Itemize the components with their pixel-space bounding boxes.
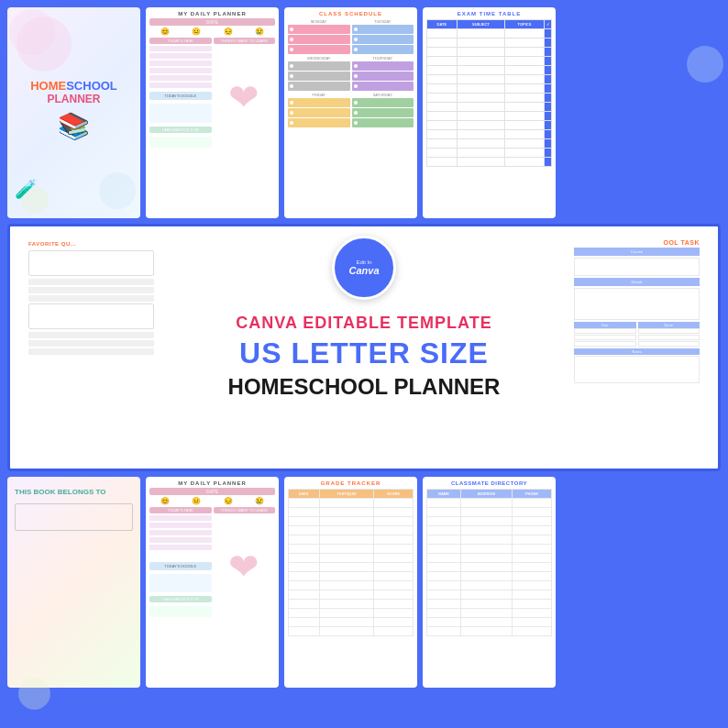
- emoji-3: 😔: [224, 28, 233, 36]
- grade-header-date: DATE: [289, 490, 320, 499]
- schedule-row-wedthu: WEDNESDAY THURSDAY: [288, 56, 414, 91]
- table-row: [427, 581, 552, 590]
- doodle-header: TODAY'S DOODLE: [149, 92, 212, 100]
- table-row: [427, 618, 552, 627]
- classmate-table: NAME ADDRESS PHONE: [426, 489, 552, 636]
- notes-label: Notes: [574, 348, 700, 355]
- saturday-label: SATURDAY: [352, 93, 414, 97]
- schedule-grid: MONDAY TUESDAY: [288, 19, 414, 127]
- due-rows: [574, 328, 636, 347]
- tuesday-items: [352, 25, 414, 54]
- middle-side-cards: FAVORITE QU... Edit In Canva: [25, 236, 703, 459]
- table-row: [427, 554, 552, 563]
- emoji-b4: 😢: [255, 497, 264, 505]
- table-row: [289, 554, 414, 563]
- card-grade-tracker: GRADE TRACKER DATE TEST/QUIZ SCORE: [284, 477, 417, 688]
- table-row: [289, 572, 414, 581]
- middle-row: FAVORITE QU... Edit In Canva: [7, 224, 721, 471]
- grade-title: GRADE TRACKER: [288, 480, 414, 486]
- table-row: [289, 526, 414, 535]
- table-row: [427, 29, 552, 39]
- fav-line: [28, 295, 154, 302]
- exam-header-subject: SUBJECT: [457, 20, 504, 29]
- grade-header-score: SCORE: [374, 490, 414, 499]
- exam-header-date: DATE: [427, 20, 458, 29]
- due-label: Due: [574, 322, 636, 328]
- books-icon: 📚: [58, 111, 90, 141]
- schedule-item: [288, 98, 350, 107]
- task-row: [638, 335, 700, 340]
- table-row: [427, 48, 552, 57]
- schedule-item: [352, 72, 414, 81]
- canva-badge[interactable]: Edit In Canva: [332, 236, 396, 300]
- schedule-item: [288, 35, 350, 44]
- task-line: [149, 530, 212, 535]
- table-row: [427, 526, 552, 535]
- saturday-col: SATURDAY: [352, 93, 414, 127]
- belongs-name-box: [15, 503, 133, 531]
- task-line: [149, 53, 212, 59]
- course-input-area: [574, 258, 700, 276]
- task-row: [574, 335, 636, 340]
- table-row: [289, 499, 414, 508]
- daily-two-col: TODAY'S TASK TODAY'S DOODLE I AM GRATEFU…: [149, 38, 275, 148]
- table-row: [427, 499, 552, 508]
- classmate-title: CLASSMATE DIRECTORY: [426, 480, 552, 486]
- card-book-belongs: THIS BOOK BELONGS TO: [7, 477, 140, 688]
- fav-line: [28, 287, 154, 293]
- card-daily-planner-bottom: MY DAILY PLANNER DATE 😊 😐 😔 😢 TODAY'S TA…: [146, 477, 279, 688]
- top-row: HOMESCHOOL PLANNER 📚 🧪 MY DAILY PLANNER …: [7, 7, 721, 218]
- table-row: [289, 517, 414, 526]
- schedule-item: [352, 108, 414, 117]
- task-header: TODAY'S TASK: [149, 38, 212, 44]
- card-daily-planner-top: MY DAILY PLANNER DATE 😊 😐 😔 😢 TODAY'S TA…: [146, 7, 279, 218]
- wednesday-label: WEDNESDAY: [288, 56, 350, 61]
- table-row: [427, 39, 552, 48]
- schedule-item: [288, 82, 350, 91]
- daily-col-right: THINGS I WANT TO LEARN ❤: [214, 38, 276, 148]
- monday-label: MONDAY: [288, 19, 350, 24]
- fav-line: [28, 279, 154, 285]
- grade-table: DATE TEST/QUIZ SCORE: [288, 489, 414, 636]
- table-row: [427, 103, 552, 112]
- table-row: [427, 112, 552, 121]
- due-col: Due: [574, 322, 636, 347]
- exam-header-topics: TOPICS: [505, 20, 545, 29]
- task-line: [149, 46, 212, 51]
- table-row: [427, 75, 552, 84]
- classmate-header-name: NAME: [427, 490, 461, 499]
- us-letter-label: US LETTER SIZE: [228, 336, 501, 370]
- canva-editable-label: CANVA EDITABLE TEMPLATE: [228, 314, 501, 333]
- friday-label: FRIDAY: [288, 93, 350, 97]
- middle-right-card: OOL TASK Course Details Due: [570, 236, 703, 459]
- notes-area: [574, 356, 700, 383]
- doodle-header-2: TODAY'S DOODLE: [149, 562, 212, 570]
- schedule-row-frisat: FRIDAY SATURDAY: [288, 93, 414, 127]
- table-row: [427, 563, 552, 572]
- daily-two-col-2: TODAY'S TASK TODAY'S DOODLE I AM GRATEFU…: [149, 507, 275, 617]
- emoji-b2: 😐: [192, 497, 201, 505]
- fav-box-1: [28, 250, 154, 276]
- bottom-row: THIS BOOK BELONGS TO MY DAILY PLANNER DA…: [7, 477, 721, 688]
- card-class-schedule: CLASS SCHEDULE MONDAY TUESDAY: [284, 7, 417, 218]
- schedule-item: [352, 35, 414, 44]
- daily-col-right-2: THINGS I WANT TO LEARN ❤: [214, 507, 276, 617]
- fav-line: [28, 340, 154, 347]
- daily-date-bar-2: DATE: [149, 488, 275, 495]
- card-exam-timetable: EXAM TIME TABLE DATE SUBJECT TOPICS ✓: [423, 7, 556, 218]
- fav-line: [28, 332, 154, 338]
- grade-header-testquiz: TEST/QUIZ: [319, 490, 373, 499]
- daily-emojis-2: 😊 😐 😔 😢: [149, 497, 275, 505]
- task-line: [149, 545, 212, 550]
- exam-table: DATE SUBJECT TOPICS ✓: [426, 19, 552, 167]
- schedule-item: [352, 98, 414, 107]
- card-school-task: OOL TASK Course Details Due: [570, 236, 703, 387]
- table-row: [427, 609, 552, 618]
- table-row: [427, 66, 552, 75]
- favorite-title: FAVORITE QU...: [28, 241, 154, 247]
- beaker-icon: 🧪: [15, 178, 38, 200]
- emoji-b1: 😊: [160, 497, 170, 505]
- course-header: Course: [574, 248, 700, 256]
- task-line: [149, 537, 212, 543]
- table-row: [427, 545, 552, 554]
